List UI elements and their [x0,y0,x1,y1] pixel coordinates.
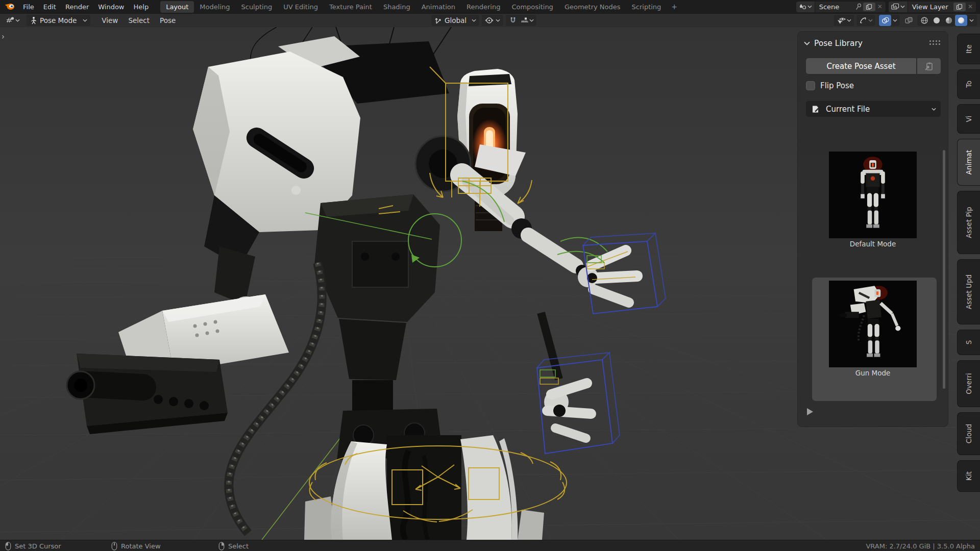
duplicate-icon [956,4,963,10]
editor-type-button[interactable] [4,15,21,26]
shading-wireframe-button[interactable] [918,15,930,26]
status-hint-label: Select [228,542,249,550]
3d-viewport[interactable]: › Pose Library Create Pose Asset [0,27,980,540]
asset-thumbnail [829,152,917,238]
shading-solid-button[interactable] [930,15,943,26]
status-hint-label: Set 3D Cursor [15,542,61,550]
sidebar-tab-strip: Ite To Vi Animat Asset Pip Asset Upd S O… [957,34,980,492]
menu-file[interactable]: File [18,2,39,12]
scene-selector: Scene ✕ [796,2,886,12]
snap-toggle[interactable] [507,15,519,26]
status-bar: Set 3D Cursor Rotate View Select VRAM: 2… [0,540,980,551]
remove-view-layer-button[interactable]: ✕ [967,3,976,10]
viewport-editor-icon [6,16,15,24]
chevron-down-icon [868,19,873,22]
toolbar-expand-arrow[interactable]: › [2,32,5,41]
new-view-layer-button[interactable] [953,3,966,11]
sidebar-tab-asset-pipeline[interactable]: Asset Pip [957,191,980,254]
topbar: File Edit Render Window Help Layout Mode… [0,0,980,13]
viewport-header-center: Global [431,15,536,26]
shading-rendered-button[interactable] [955,15,967,26]
menu-pose[interactable]: Pose [155,15,181,26]
pose-library-panel: Pose Library Create Pose Asset [797,31,948,427]
mouse-middle-button-icon [111,542,117,550]
status-hint-set-3d-cursor: Set 3D Cursor [5,540,61,551]
asset-gun-mode[interactable]: Gun Mode [798,281,948,377]
workspace-tab-texture-paint[interactable]: Texture Paint [324,1,378,13]
sidebar-tab-kit[interactable]: Kit [957,460,980,492]
create-pose-asset-button[interactable]: Create Pose Asset [806,58,916,74]
asset-list-scrollbar[interactable] [943,150,945,389]
workspace-tab-geometry-nodes[interactable]: Geometry Nodes [559,1,626,13]
overlays-icon [881,16,890,24]
wireframe-sphere-icon [920,16,928,24]
workspace-tab-shading[interactable]: Shading [378,1,416,13]
view-layer-name[interactable]: View Layer [908,3,952,11]
sidebar-tab-asset-update[interactable]: Asset Upd [957,259,980,324]
transform-orientation-selector[interactable]: Global [431,15,479,26]
new-scene-button[interactable] [863,3,875,11]
workspace-tab-layout[interactable]: Layout [160,1,194,13]
menu-render[interactable]: Render [61,2,93,12]
workspace-tab-animation[interactable]: Animation [416,1,461,13]
sidebar-tab-overrides[interactable]: Overri [957,360,980,407]
blender-window: File Edit Render Window Help Layout Mode… [0,0,980,551]
gizmo-arrow-icon [859,16,868,24]
xray-toggle[interactable] [902,15,915,26]
scene-browse-button[interactable] [796,2,815,12]
workspace-tab-modeling[interactable]: Modeling [194,1,235,13]
view-layer-browse-button[interactable] [889,2,908,12]
status-hint-label: Rotate View [121,542,161,550]
workspace-tab-sculpting[interactable]: Sculpting [235,1,278,13]
asset-default-mode[interactable]: Default Mode [798,152,948,248]
gizmos-button[interactable] [857,15,874,26]
flip-pose-checkbox[interactable] [806,81,815,90]
pivot-point-selector[interactable] [482,15,503,26]
menu-view[interactable]: View [96,15,123,26]
clipboard-arrow-icon [924,61,934,71]
viewport-header: Pose Mode View Select Pose Global [0,13,980,27]
duplicate-icon [866,4,872,10]
sidebar-tab-s[interactable]: S [957,330,980,355]
flip-pose-row: Flip Pose [806,81,854,90]
snap-increment-icon [521,16,529,24]
unlink-scene-button[interactable]: ✕ [876,3,886,10]
copy-as-asset-button[interactable] [917,58,941,74]
panel-drag-handle-icon[interactable] [929,40,942,46]
asset-name-label: Gun Mode [855,369,891,377]
xray-icon [904,16,913,24]
snap-settings-button[interactable] [519,15,535,26]
sidebar-tab-cloud[interactable]: Cloud [957,412,980,455]
library-source-dropdown[interactable]: Current File [806,101,941,117]
sidebar-tab-animation[interactable]: Animat [957,139,980,186]
rendered-sphere-icon [957,16,965,24]
panel-header[interactable]: Pose Library [804,37,942,50]
shading-mode-group [917,15,977,26]
subpanel-expand-arrow[interactable] [807,408,813,415]
workspace-tab-scripting[interactable]: Scripting [626,1,667,13]
asset-name-label: Default Mode [850,240,896,248]
shading-material-button[interactable] [943,15,955,26]
orientation-axes-icon [434,16,443,24]
pin-icon[interactable] [855,3,862,11]
mode-selector[interactable]: Pose Mode [27,15,90,26]
menu-select[interactable]: Select [123,15,155,26]
view-layer-icon [891,3,899,10]
sidebar-tab-tool[interactable]: To [957,69,980,99]
show-object-types-button[interactable] [835,15,853,26]
menu-help[interactable]: Help [129,2,154,12]
add-workspace-button[interactable]: + [667,2,682,12]
sidebar-tab-view[interactable]: Vi [957,104,980,134]
workspace-tab-uv-editing[interactable]: UV Editing [278,1,324,13]
overlays-toggle[interactable] [879,15,891,26]
workspace-tab-compositing[interactable]: Compositing [506,1,559,13]
scene-name[interactable]: Scene [815,3,855,11]
workspace-tab-rendering[interactable]: Rendering [461,1,506,13]
magnet-icon [509,16,517,24]
menu-edit[interactable]: Edit [39,2,61,12]
blender-logo-icon[interactable] [4,3,15,11]
viewport-menus: View Select Pose [96,15,181,26]
sidebar-tab-item[interactable]: Ite [957,34,980,64]
chevron-down-icon [496,19,500,22]
menu-window[interactable]: Window [93,2,129,12]
